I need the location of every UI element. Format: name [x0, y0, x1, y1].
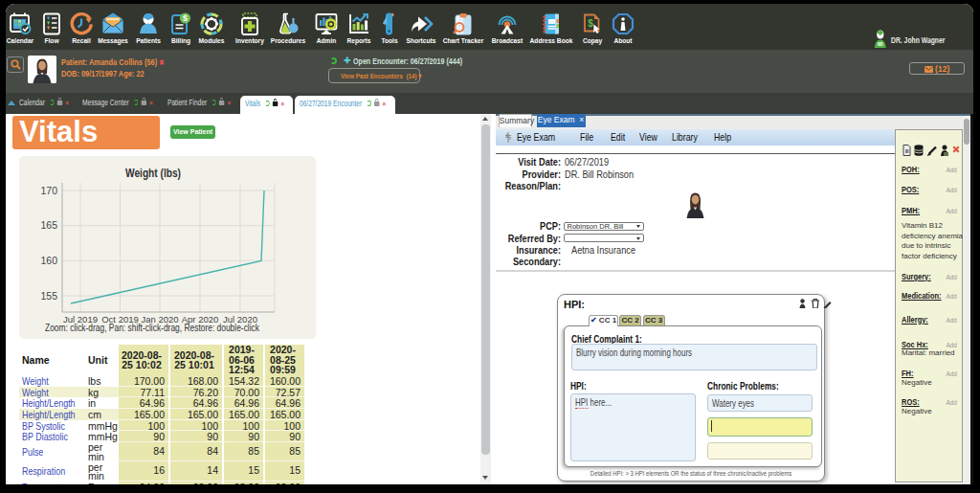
- svg-text:Zoom: click-drag, Pan: shift-c: Zoom: click-drag, Pan: shift-click-drag,…: [45, 322, 260, 333]
- svg-text:Weight (lbs): Weight (lbs): [125, 166, 181, 180]
- svg-text:165: 165: [40, 219, 57, 231]
- svg-text:160: 160: [40, 255, 57, 266]
- svg-text:MB: MB: [878, 42, 883, 48]
- svg-text:170: 170: [40, 185, 57, 196]
- svg-text:155: 155: [40, 290, 57, 302]
